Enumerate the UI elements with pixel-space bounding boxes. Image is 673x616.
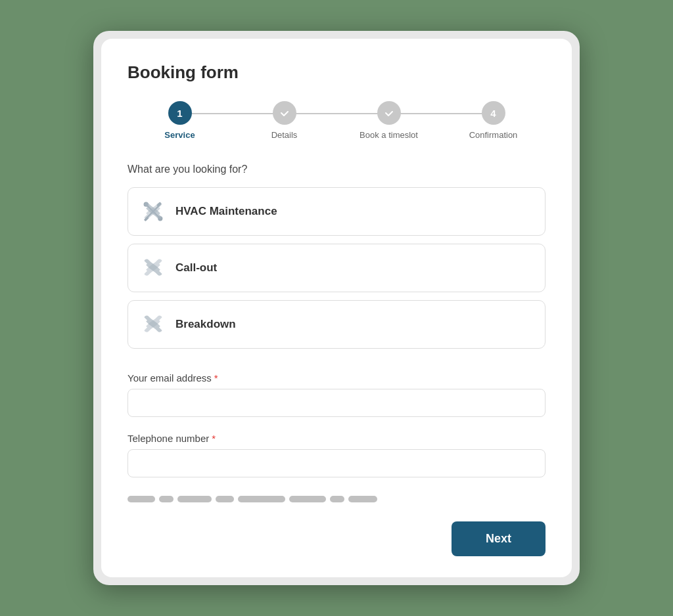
step-confirmation: 4 Confirmation — [441, 101, 545, 140]
form-footer: Next — [128, 506, 545, 556]
step-circle-service: 1 — [168, 101, 192, 125]
page-dot-1 — [128, 496, 155, 502]
step-label-timeslot: Book a timeslot — [360, 130, 418, 140]
step-label-service: Service — [164, 130, 195, 140]
check-icon-details — [279, 108, 290, 118]
page-dot-5 — [238, 496, 285, 502]
email-label: Your email address * — [128, 372, 545, 384]
step-timeslot: Book a timeslot — [336, 101, 441, 140]
step-circle-details — [273, 101, 296, 125]
pagination-area — [128, 496, 545, 502]
breakdown-icon — [141, 313, 165, 336]
stepper: 1 Service Details Book — [128, 101, 545, 140]
page-dot-4 — [216, 496, 234, 502]
email-required-star: * — [214, 372, 218, 384]
page-dot-8 — [348, 496, 377, 502]
email-field-group: Your email address * — [128, 372, 545, 417]
hvac-label: HVAC Maintenance — [175, 205, 277, 218]
modal-wrapper: Booking form 1 Service Details — [93, 31, 580, 585]
next-button[interactable]: Next — [452, 521, 545, 556]
phone-required-star: * — [212, 433, 216, 444]
step-label-confirmation: Confirmation — [469, 130, 518, 140]
service-question: What are you looking for? — [128, 164, 545, 175]
callout-label: Call-out — [175, 261, 217, 275]
step-label-details: Details — [271, 130, 298, 140]
callout-icon — [141, 256, 165, 280]
step-connector-1 — [180, 113, 285, 114]
step-connector-3 — [389, 113, 494, 114]
page-dot-3 — [177, 496, 212, 502]
service-option-hvac[interactable]: HVAC Maintenance — [128, 187, 545, 236]
step-details: Details — [232, 101, 336, 140]
email-input[interactable] — [128, 389, 545, 417]
phone-field-group: Telephone number * — [128, 433, 545, 477]
phone-label: Telephone number * — [128, 433, 545, 444]
step-connector-2 — [285, 113, 389, 114]
page-dot-6 — [289, 496, 326, 502]
check-icon-timeslot — [384, 108, 394, 118]
hvac-icon — [141, 200, 165, 223]
service-option-callout[interactable]: Call-out — [128, 244, 545, 292]
form-title: Booking form — [128, 62, 545, 83]
breakdown-label: Breakdown — [175, 318, 236, 331]
step-service: 1 Service — [128, 101, 232, 140]
page-dot-2 — [159, 496, 174, 502]
phone-input[interactable] — [128, 449, 545, 477]
booking-form-modal: Booking form 1 Service Details — [101, 39, 572, 577]
service-option-breakdown[interactable]: Breakdown — [128, 300, 545, 349]
step-circle-timeslot — [377, 101, 401, 125]
step-circle-confirmation: 4 — [482, 101, 505, 125]
page-dot-7 — [330, 496, 344, 502]
